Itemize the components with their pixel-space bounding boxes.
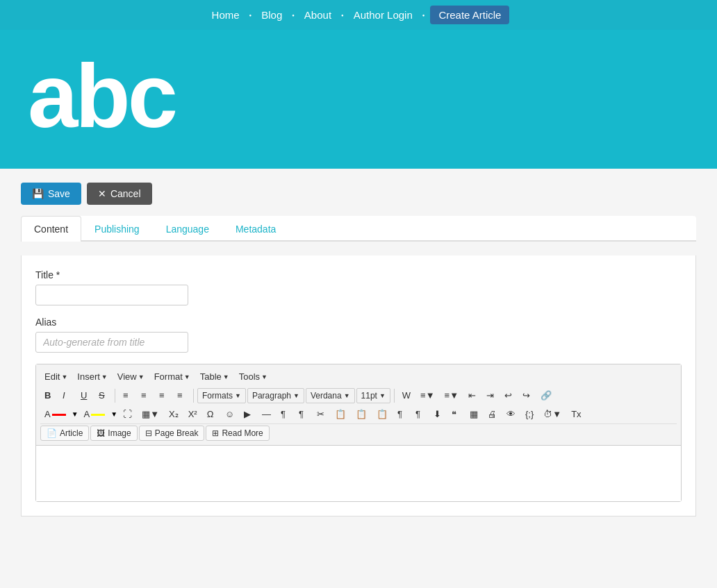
sep3 (394, 389, 395, 403)
cancel-label: Cancel (110, 188, 141, 199)
image-icon: 🖼 (97, 428, 105, 438)
nav-author-login[interactable]: Author Login (349, 6, 417, 24)
source-code-button[interactable]: {;} (521, 406, 538, 422)
tab-bar: Content Publishing Language Metadata (21, 216, 696, 242)
nav-blog[interactable]: Blog (257, 6, 286, 24)
tab-language[interactable]: Language (153, 216, 222, 242)
nav-create-article[interactable]: Create Article (430, 6, 509, 24)
page-content: 💾 Save ✕ Cancel Content Publishing Langu… (0, 169, 717, 537)
size-dropdown[interactable]: 11pt ▼ (356, 388, 390, 403)
formats-dropdown[interactable]: Formats ▼ (197, 388, 246, 403)
cancel-button[interactable]: ✕ Cancel (87, 183, 152, 205)
table-button[interactable]: ▦▼ (138, 406, 163, 422)
tab-publishing[interactable]: Publishing (81, 216, 153, 242)
more-button[interactable]: ⏱▼ (539, 406, 566, 422)
editor-body[interactable] (36, 446, 681, 501)
font-dropdown[interactable]: Verdana ▼ (306, 388, 355, 403)
font-color-button[interactable]: A (40, 406, 70, 422)
show-blocks-button[interactable]: ¶ (393, 406, 410, 422)
alias-group: Alias (35, 317, 682, 353)
editor-insert-row: 📄 Article 🖼 Image ⊟ Page Break ⊞ Read Mo… (40, 423, 677, 442)
save-button[interactable]: 💾 Save (21, 183, 81, 205)
highlight-arrow[interactable]: ▼ (110, 410, 117, 418)
form-area: Title * Alias Edit ▼ Insert ▼ View ▼ For… (21, 255, 696, 516)
sep2 (193, 389, 194, 403)
paragraph-dropdown[interactable]: Paragraph ▼ (247, 388, 304, 403)
insert-menu[interactable]: Insert ▼ (73, 369, 111, 385)
preview-button[interactable]: 👁 (502, 406, 520, 422)
subscript-button[interactable]: X₂ (165, 406, 183, 422)
tab-content[interactable]: Content (21, 216, 81, 242)
nonbreak-space-button[interactable]: ¶ (277, 406, 293, 422)
nav-dot-1: ● (249, 13, 252, 17)
article-insert-button[interactable]: 📄 Article (40, 426, 89, 441)
title-input[interactable] (35, 285, 188, 305)
nav-dot-3: ● (341, 13, 344, 17)
nav-about[interactable]: About (300, 6, 336, 24)
edit-menu[interactable]: Edit ▼ (40, 369, 72, 385)
quote-button[interactable]: ❝ (447, 406, 464, 422)
table-menu[interactable]: Table ▼ (196, 369, 233, 385)
title-label: Title * (35, 269, 682, 280)
undo-button[interactable]: ↩ (500, 387, 517, 403)
cut-button[interactable]: ✂ (313, 406, 329, 422)
numbered-list-button[interactable]: ≡▼ (440, 387, 463, 403)
link-button[interactable]: 🔗 (536, 387, 556, 403)
align-left-button[interactable]: ≡ (119, 387, 135, 403)
special-char-button[interactable]: Ω (203, 406, 220, 422)
readmore-insert-label: Read More (222, 428, 263, 438)
bold-button[interactable]: B (40, 387, 57, 403)
align-justify-button[interactable]: ≡ (173, 387, 190, 403)
copy-button[interactable]: 📋 (331, 406, 350, 422)
pagebreak-insert-label: Page Break (155, 428, 199, 438)
underline-button[interactable]: U (76, 387, 93, 403)
pagebreak-insert-button[interactable]: ⊟ Page Break (139, 426, 205, 441)
top-nav: Home ● Blog ● About ● Author Login ● Cre… (0, 0, 717, 30)
italic-button[interactable]: I (58, 387, 75, 403)
save-icon: 💾 (32, 188, 44, 199)
hr-button[interactable]: — (258, 406, 275, 422)
media-button[interactable]: ▶ (240, 406, 256, 422)
emoji-button[interactable]: ☺ (221, 406, 238, 422)
redo-button[interactable]: ↪ (518, 387, 535, 403)
image-insert-button[interactable]: 🖼 Image (90, 426, 137, 441)
nav-dot-4: ● (422, 13, 425, 17)
site-logo: abc (28, 51, 175, 141)
indent-button[interactable]: ⇥ (482, 387, 499, 403)
editor-format-row1: B I U S ≡ ≡ ≡ ≡ Formats ▼ Paragraph ▼ Ve… (40, 386, 677, 405)
editor-menu-row: Edit ▼ Insert ▼ View ▼ Format ▼ Table ▼ … (40, 367, 677, 386)
hero-section: abc (0, 30, 717, 169)
readmore-insert-button[interactable]: ⊞ Read More (206, 426, 269, 441)
blockquote-button[interactable]: ¶ (295, 406, 311, 422)
fullscreen-button[interactable]: ⛶ (119, 406, 136, 422)
cancel-icon: ✕ (98, 188, 106, 199)
align-right-button[interactable]: ≡ (155, 387, 172, 403)
tools-menu[interactable]: Tools ▼ (235, 369, 272, 385)
alias-label: Alias (35, 317, 682, 328)
article-insert-label: Article (60, 428, 83, 438)
tab-metadata[interactable]: Metadata (222, 216, 289, 242)
word-count-button[interactable]: W (398, 387, 415, 403)
outdent-button[interactable]: ⇤ (464, 387, 481, 403)
highlight-button[interactable]: A (80, 406, 110, 422)
editor-format-row2: A ▼ A ▼ ⛶ ▦▼ X₂ X² Ω ☺ ▶ — ¶ ¶ (40, 405, 677, 423)
clear-button[interactable]: Tx (567, 406, 585, 422)
strikethrough-button[interactable]: S (94, 387, 111, 403)
editor-toolbar: Edit ▼ Insert ▼ View ▼ Format ▼ Table ▼ … (36, 364, 681, 446)
template-button[interactable]: ▦ (465, 406, 482, 422)
view-menu[interactable]: View ▼ (113, 369, 149, 385)
alias-input[interactable] (35, 332, 188, 353)
align-center-button[interactable]: ≡ (137, 387, 154, 403)
paragraph-marker-button[interactable]: ¶ (411, 406, 428, 422)
format-menu[interactable]: Format ▼ (150, 369, 195, 385)
highlight-indicator (91, 414, 105, 416)
sep1 (115, 389, 115, 403)
superscript-button[interactable]: X² (184, 406, 201, 422)
paste-button[interactable]: 📋 (352, 406, 371, 422)
nav-home[interactable]: Home (208, 6, 244, 24)
bullet-list-button[interactable]: ≡▼ (416, 387, 438, 403)
print-button[interactable]: 🖨 (484, 406, 501, 422)
font-color-arrow[interactable]: ▼ (72, 410, 79, 418)
paste-plain-button[interactable]: 📋 (372, 406, 392, 422)
download-button[interactable]: ⬇ (429, 406, 446, 422)
